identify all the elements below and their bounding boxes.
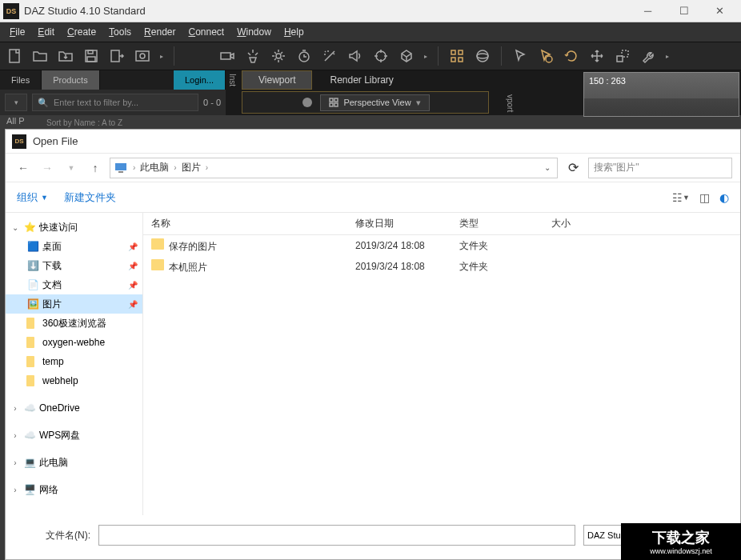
cursor-select-icon[interactable] (536, 46, 555, 66)
file-row[interactable]: 保存的图片 2019/3/24 18:08 文件夹 (143, 235, 740, 256)
sort-label[interactable]: Sort by Name : A to Z (46, 118, 122, 127)
tree-documents[interactable]: 📄 文档📌 (6, 275, 142, 294)
refresh-button[interactable]: ⟳ (563, 158, 583, 178)
svg-point-20 (302, 98, 312, 107)
col-size[interactable]: 大小 (543, 217, 607, 230)
preview-pane-button[interactable]: ◫ (699, 191, 710, 204)
close-button[interactable]: ✕ (702, 0, 738, 22)
export-icon[interactable] (107, 46, 126, 66)
help-button[interactable]: ◐ (719, 191, 729, 204)
new-folder-button[interactable]: 新建文件夹 (64, 190, 116, 205)
tab-products[interactable]: Products (42, 70, 99, 90)
tab-render-library[interactable]: Render Library (314, 70, 409, 90)
col-name[interactable]: 名称 (143, 217, 347, 230)
minimize-button[interactable]: ─ (630, 0, 666, 22)
cloud-icon: ☁️ (23, 402, 36, 414)
light-icon[interactable] (269, 46, 288, 66)
menu-help[interactable]: Help (278, 24, 310, 40)
filename-label: 文件名(N): (18, 529, 90, 542)
filter-input[interactable]: 🔍 Enter text to filter by... (32, 94, 198, 111)
svg-point-16 (477, 54, 488, 58)
viewport-toolbar: Perspective View ▾ (242, 91, 489, 114)
open-folder-icon[interactable] (30, 46, 50, 66)
open-file-dialog: DS Open File ← → ▼ ↑ › 此电脑 › 图片 › ⌄ ⟳ 搜索… (5, 129, 741, 560)
menu-create[interactable]: Create (61, 24, 102, 40)
side-tab-vport[interactable]: vport (506, 94, 515, 112)
file-row[interactable]: 本机照片 2019/3/24 18:08 文件夹 (143, 256, 740, 277)
grid-icon[interactable] (447, 46, 467, 66)
tree-wps[interactable]: › ☁️ WPS网盘 (6, 426, 142, 445)
tree-quick-access[interactable]: ⌄ ⭐ 快速访问 (6, 218, 142, 237)
tab-viewport[interactable]: Viewport (242, 70, 312, 90)
forward-button[interactable]: → (38, 158, 57, 178)
svg-rect-13 (451, 58, 455, 62)
svg-rect-7 (221, 53, 230, 59)
import-icon[interactable] (56, 46, 75, 66)
render-icon[interactable] (133, 46, 152, 66)
up-button[interactable]: ↑ (86, 158, 105, 178)
menu-window[interactable]: Window (230, 24, 278, 40)
svg-rect-3 (87, 57, 95, 62)
bc-dropdown[interactable]: ⌄ (541, 163, 554, 172)
filename-input[interactable] (98, 525, 575, 546)
tool-icon[interactable] (639, 46, 658, 66)
menu-tools[interactable]: Tools (102, 24, 138, 40)
tree-folder-4[interactable]: webhelp (6, 371, 142, 390)
bc-current[interactable]: 图片 (178, 161, 204, 174)
col-type[interactable]: 类型 (451, 217, 543, 230)
filter-dropdown[interactable]: ▾ (5, 94, 27, 111)
maximize-button[interactable]: ☐ (666, 0, 702, 22)
tree-network[interactable]: › 🖥️ 网络 (6, 480, 142, 499)
app-title: DAZ Studio 4.10 Standard (24, 5, 630, 17)
camera-icon[interactable] (218, 46, 237, 66)
shader-icon[interactable] (301, 96, 314, 109)
bc-root[interactable]: 此电脑 (137, 161, 172, 174)
filter-placeholder: Enter text to filter by... (54, 98, 138, 107)
tab-files[interactable]: Files (0, 70, 42, 90)
target-icon[interactable] (371, 46, 391, 66)
breadcrumb[interactable]: › 此电脑 › 图片 › ⌄ (110, 158, 558, 178)
window-controls: ─ ☐ ✕ (630, 0, 738, 22)
wand-icon[interactable] (320, 46, 339, 66)
tree-pictures[interactable]: 🖼️ 图片📌 (6, 294, 142, 314)
side-tab-inst[interactable]: Inst (228, 74, 237, 86)
timer-icon[interactable] (294, 46, 314, 66)
svg-point-6 (140, 54, 145, 58)
watermark: 下载之家 www.windowszj.net (621, 523, 741, 560)
spotlight-icon[interactable] (243, 46, 262, 66)
tree-folder-3[interactable]: temp (6, 352, 142, 371)
new-file-icon[interactable] (5, 46, 24, 66)
tree-folder-1[interactable]: 360极速浏览器 (6, 314, 142, 333)
cursor-icon[interactable] (511, 46, 530, 66)
tab-login[interactable]: Login... (174, 70, 226, 90)
view-mode-button[interactable]: ☷ ▼ (672, 191, 690, 204)
menu-file[interactable]: File (3, 24, 31, 40)
col-date[interactable]: 修改日期 (347, 217, 451, 230)
menu-edit[interactable]: Edit (31, 24, 61, 40)
toolbar-overflow-3[interactable]: ▸ (666, 53, 669, 60)
toolbar-overflow-1[interactable]: ▸ (160, 53, 163, 60)
announce-icon[interactable] (346, 46, 365, 66)
svg-rect-18 (617, 56, 623, 62)
viewport-preview[interactable]: 150 : 263 (583, 72, 739, 117)
scale-icon[interactable] (613, 46, 632, 66)
tree-onedrive[interactable]: › ☁️ OneDrive (6, 398, 142, 418)
all-products-label[interactable]: All P (6, 116, 25, 126)
menu-connect[interactable]: Connect (182, 24, 230, 40)
tree-downloads[interactable]: ⬇️ 下载📌 (6, 256, 142, 275)
menu-render[interactable]: Render (138, 24, 182, 40)
sphere-icon[interactable] (473, 46, 492, 66)
recent-dropdown[interactable]: ▼ (62, 158, 81, 178)
primitive-icon[interactable] (397, 46, 416, 66)
save-icon[interactable] (82, 46, 101, 66)
move-icon[interactable] (587, 46, 607, 66)
back-button[interactable]: ← (14, 158, 33, 178)
toolbar-overflow-2[interactable]: ▸ (424, 53, 427, 60)
rotate-icon[interactable] (562, 46, 581, 66)
tree-folder-2[interactable]: oxygen-webhe (6, 333, 142, 352)
tree-desktop[interactable]: 🟦 桌面📌 (6, 237, 142, 256)
view-selector[interactable]: Perspective View ▾ (320, 94, 429, 111)
search-input[interactable]: 搜索"图片" (588, 158, 732, 178)
organize-button[interactable]: 组织 ▼ (17, 190, 48, 205)
tree-thispc[interactable]: › 💻 此电脑 (6, 453, 142, 472)
